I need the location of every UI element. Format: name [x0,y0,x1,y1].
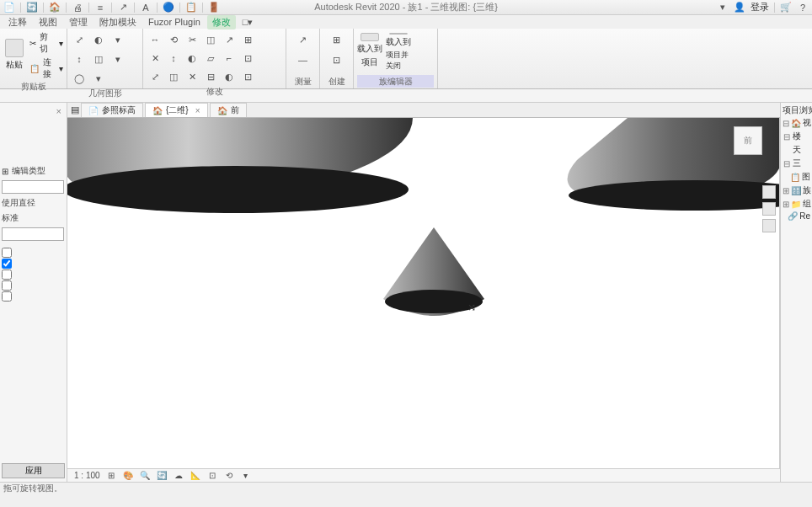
tab-manage[interactable]: 管理 [64,15,93,29]
load-into-project-button[interactable]: 载入到 项目 [357,31,382,68]
check-2[interactable] [2,270,12,280]
qat-circle-icon[interactable]: 🔵 [163,2,174,13]
check-3[interactable] [2,280,12,291]
vc-icon[interactable]: 📐 [190,470,201,482]
vc-icon[interactable]: ⊡ [206,470,218,482]
tab-annotate[interactable]: 注释 [3,15,32,29]
tab-view[interactable]: 视图 [34,15,62,29]
panel-label: 剪贴板 [3,80,63,93]
load-close-button[interactable]: 载入到 项目并关闭 [386,31,411,68]
nav-tool[interactable] [762,185,776,199]
modify-tool[interactable]: ◫ [202,31,219,48]
view-cube[interactable]: 前 [734,126,762,155]
qat-arrow-icon[interactable]: ↗ [117,2,129,13]
qat-undo-icon[interactable]: 🔄 [26,2,38,13]
tree-item[interactable]: ⊟楼 [783,130,810,143]
scale-value[interactable]: 1 : 100 [74,471,100,480]
cart-icon[interactable]: 🛒 [780,2,792,13]
qat-home-icon[interactable]: 🏠 [49,2,61,13]
cut-button[interactable]: ✂ 剪切 ▾ [29,31,63,55]
tree-item[interactable]: 天 [783,143,810,157]
tab-modify[interactable]: 修改 [207,15,236,29]
drawing-canvas[interactable]: ⤭ 前 [67,118,780,468]
vc-icon[interactable]: 🔍 [139,470,151,482]
tab-list-icon[interactable]: ▤ [71,104,79,115]
modify-tool[interactable]: ⊟ [202,68,219,85]
modify-tool[interactable]: ⊞ [239,31,256,48]
tree-item[interactable]: ⊞📁组 [783,197,810,211]
check-0[interactable] [2,248,12,258]
vc-icon[interactable]: 🎨 [122,470,134,482]
nav-tool[interactable] [762,202,776,216]
modify-tool[interactable]: ✕ [184,68,200,85]
tab-addins[interactable]: 附加模块 [94,15,142,29]
vc-icon[interactable]: ☁ [173,470,184,482]
help-icon[interactable]: ? [797,2,809,13]
modify-tool[interactable]: ⤢ [147,68,163,85]
nav-bar [762,185,776,232]
qat-menu-icon[interactable]: ≡ [94,2,106,13]
tree-item[interactable]: 📋图 [783,170,810,184]
modify-tool[interactable]: ⟲ [165,31,182,48]
check-4[interactable] [2,291,12,302]
vc-icon[interactable]: ▾ [240,470,252,482]
modify-tool[interactable]: ↔ [147,31,163,48]
geom-tool[interactable]: ◫ [90,51,107,67]
tab-close-icon[interactable]: × [192,106,200,115]
modify-tool[interactable]: ⊡ [239,68,256,85]
user-icon[interactable]: 👤 [734,2,745,13]
measure-tool[interactable]: ↗ [295,31,312,48]
create-tool[interactable]: ⊡ [329,51,345,68]
geom-tool[interactable]: ▾ [110,51,126,67]
diameter-label: 使用直径 [2,197,65,209]
modify-tool[interactable]: ◐ [221,68,238,85]
create-tool[interactable]: ⊞ [329,31,345,48]
modify-tool[interactable]: ⊡ [239,50,256,67]
tree-item[interactable]: ⊞🔠族 [783,184,810,197]
modify-tool[interactable]: ✂ [184,31,200,48]
vc-icon[interactable]: ⊞ [105,470,117,482]
paste-button[interactable]: 粘贴 [3,37,26,74]
tab-extra[interactable]: □▾ [238,16,259,29]
geom-tool[interactable]: ↕ [71,51,88,67]
geom-tool[interactable]: ⤢ [71,31,88,48]
nav-tool[interactable] [762,219,776,232]
modify-tool[interactable]: ⌐ [221,50,238,67]
apply-button[interactable]: 应用 [2,463,65,478]
check-1[interactable] [2,259,12,269]
close-panel-icon[interactable]: × [2,106,65,116]
qat-print-icon[interactable]: 🖨 [72,2,83,13]
view-tab-ref-level[interactable]: 📄 参照标高 [81,103,143,117]
geom-tool[interactable]: ◯ [71,70,88,87]
title-bar: 📄 🔄 🏠 🖨 ≡ ↗ A 🔵 📋 🚪 Autodesk Revit 2020 … [0,0,812,15]
geom-tool[interactable]: ▾ [110,31,126,48]
tree-item[interactable]: ⊟三 [783,157,810,170]
tab-fuzor[interactable]: Fuzor Plugin [143,16,206,28]
login-label[interactable]: 登录 [751,1,769,13]
status-bar: 拖可旋转视图。 [0,482,812,494]
qat-clip-icon[interactable]: 📋 [185,2,197,13]
modify-tool[interactable]: ↕ [165,50,182,67]
vc-icon[interactable]: 🔄 [156,470,168,482]
edit-type-row[interactable]: ⊞ 编辑类型 [2,165,65,177]
modify-tool[interactable]: ✕ [147,50,163,67]
join-button[interactable]: 📋 连接 ▾ [29,56,63,80]
modify-tool[interactable]: ↗ [221,31,238,48]
geom-tool[interactable]: ▾ [90,70,107,87]
tree-item[interactable]: 🔗Re [783,211,810,221]
modify-tool[interactable]: ◫ [165,68,182,85]
qat-text-icon[interactable]: A [140,2,152,13]
qat-file-icon[interactable]: 📄 [3,2,15,13]
view-tab-front[interactable]: 🏠 前 [210,103,247,117]
search-dropdown-icon[interactable]: ▾ [717,2,729,13]
property-input-2[interactable] [2,227,64,241]
qat-door-icon[interactable]: 🚪 [208,2,220,13]
modify-tool[interactable]: ◐ [184,50,200,67]
property-input-1[interactable] [2,180,64,194]
tree-item[interactable]: ⊟🏠视 [783,116,810,130]
vc-icon[interactable]: ⟲ [223,470,235,482]
modify-tool[interactable]: ▱ [202,50,219,67]
measure-tool[interactable]: — [295,51,312,68]
view-tab-3d[interactable]: 🏠 {二维} × [145,103,208,117]
geom-tool[interactable]: ◐ [90,31,107,48]
